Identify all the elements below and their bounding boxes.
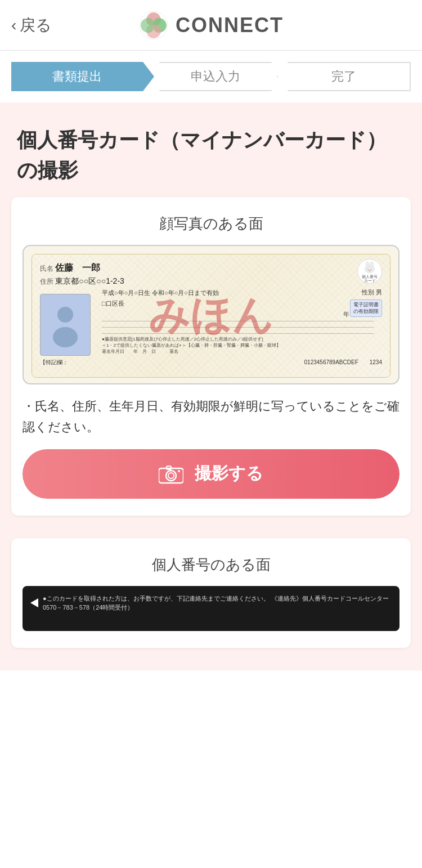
id-line-1 [102, 321, 374, 321]
id-card-front: 氏名 佐藤 一郎 住所 東京都○○区○○1-2-3 [23, 245, 399, 384]
cert-line1: 電子証明書 [353, 302, 379, 308]
front-card-title: 顔写真のある面 [23, 214, 399, 234]
logo-icon [138, 10, 169, 41]
svg-point-6 [367, 269, 369, 271]
step-3[interactable]: 完了 [277, 62, 411, 91]
back-card-notice: ●このカードを取得された方は、お手数ですが、下記連絡先までご連絡ください。 《連… [43, 594, 392, 612]
svg-point-10 [166, 471, 176, 481]
back-card-title: 個人番号のある面 [23, 555, 399, 575]
front-card-section: 顔写真のある面 氏名 佐藤 一郎 住所 東京都○○区○○1-2-3 [11, 197, 411, 516]
id-card-inner: 氏名 佐藤 一郎 住所 東京都○○区○○1-2-3 [32, 254, 390, 378]
logo-area: CONNECT [138, 10, 284, 41]
id-ward: □口区長 [102, 299, 382, 308]
id-sex-value: 男 [376, 289, 382, 296]
id-sex-label: 性別 [362, 289, 376, 296]
id-line-2 [102, 327, 374, 328]
svg-point-5 [370, 262, 374, 268]
step-1-label: 書類提出 [52, 68, 102, 85]
svg-point-11 [168, 473, 174, 478]
front-card-note: ・氏名、住所、生年月日、有効期限が鮮明に写っていることをご確認ください。 [23, 396, 399, 438]
rabbit-label2: カード [364, 279, 376, 283]
svg-point-1 [57, 307, 73, 323]
id-number: 0123456789ABCDEF 1234 [304, 359, 382, 366]
svg-point-13 [178, 470, 180, 472]
svg-point-8 [369, 270, 371, 271]
svg-point-2 [53, 327, 78, 347]
id-address-value: 東京都○○区○○1-2-3 [55, 276, 124, 285]
header: ‹ 戻る CONNECT [0, 0, 422, 51]
step-3-label: 完了 [331, 68, 356, 85]
chevron-left-icon: ‹ [11, 16, 16, 34]
step-2[interactable]: 申込入力 [149, 62, 282, 91]
capture-button[interactable]: 撮影する [23, 449, 399, 499]
capture-button-label: 撮影する [195, 462, 263, 485]
back-card-section: 個人番号のある面 ●このカードを取得された方は、お手数ですが、下記連絡先までご連… [11, 538, 411, 648]
steps-nav: 書類提出 申込入力 完了 [0, 51, 422, 102]
step-1[interactable]: 書類提出 [11, 62, 154, 91]
id-sex: 性別 男 [362, 288, 382, 297]
rabbit-label1: 個人番号 [362, 275, 378, 279]
id-name-field: 氏名 佐藤 一郎 [40, 262, 382, 274]
id-address-label: 住所 [40, 278, 55, 285]
id-lines-area: ●臓器提供意思[1脳死後及び心停止した死後／2心停止した死後のみ／3提供せず] … [102, 321, 374, 355]
id-bottom-row: 【特記欄： 0123456789ABCDEF 1234 [40, 359, 382, 366]
cert-line2: の有効期限 [353, 308, 379, 315]
step-2-label: 申込入力 [191, 68, 240, 85]
id-card-photo [40, 294, 91, 356]
page-title: 個人番号カード（マイナンバーカード）の撮影 [0, 108, 422, 197]
id-rabbit-icon: 個人番号 カード [357, 259, 382, 284]
svg-point-7 [370, 269, 372, 271]
id-special-note: 【特記欄： [40, 359, 68, 366]
id-birth-expiry: 平成○年○月○日生 令和○年○月○日まで有効 [102, 289, 382, 297]
back-label: 戻る [20, 15, 52, 36]
logo-text: CONNECT [176, 14, 284, 37]
id-cert-box: 電子証明書 の有効期限 [350, 299, 382, 317]
back-button[interactable]: ‹ 戻る [11, 15, 52, 36]
camera-icon [159, 464, 183, 484]
id-name-value: 佐藤 一郎 [55, 263, 100, 272]
back-card-preview: ●このカードを取得された方は、お手数ですが、下記連絡先までご連絡ください。 《連… [23, 586, 399, 631]
svg-point-4 [366, 262, 369, 268]
id-address-field: 住所 東京都○○区○○1-2-3 [40, 276, 382, 287]
id-name-label: 氏名 [40, 265, 55, 272]
id-organ-text: ●臓器提供意思[1脳死後及び心停止した死後／2心停止した死後のみ／3提供せず] … [102, 333, 374, 355]
